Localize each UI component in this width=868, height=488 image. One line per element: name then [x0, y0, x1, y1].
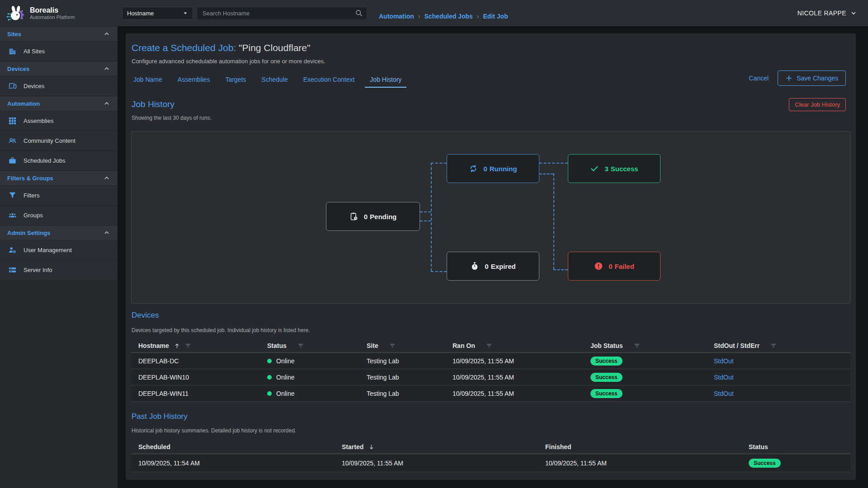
sidebar-section-admin-settings[interactable]: Admin Settings — [0, 225, 118, 240]
flow-connector — [420, 221, 431, 221]
sidebar-item-label: User Management — [24, 247, 72, 253]
hostname-filter-select[interactable]: Hostname — [122, 7, 193, 20]
started-cell: 10/09/2025, 11:55 AM — [335, 460, 538, 467]
stdout-link[interactable]: StdOut — [714, 357, 734, 365]
flow-node-expired[interactable]: 0 Expired — [447, 252, 539, 281]
flow-connector — [431, 163, 432, 271]
stdout-link[interactable]: StdOut — [714, 390, 734, 397]
column-site[interactable]: Site — [359, 342, 445, 349]
hostname-cell: DEEPLAB-WIN11 — [131, 390, 260, 397]
sort-asc-icon — [174, 343, 180, 349]
sidebar-item-user-management[interactable]: User Management — [0, 240, 118, 260]
user-gear-icon — [8, 246, 17, 254]
search-icon[interactable] — [355, 9, 363, 17]
devices-table-header: Hostname Status Site Ran On Job Status — [131, 339, 850, 353]
sidebar-item-groups[interactable]: Groups — [0, 205, 118, 225]
column-hostname[interactable]: Hostname — [131, 342, 260, 349]
flow-connector — [539, 163, 568, 164]
page-title-prefix: Create a Scheduled Job: — [132, 42, 236, 53]
column-status[interactable]: Status — [260, 342, 359, 349]
sidebar-item-community-content[interactable]: Community Content — [0, 131, 118, 150]
filter-icon[interactable] — [770, 343, 777, 349]
sidebar-section-devices[interactable]: Devices — [0, 61, 118, 76]
cancel-button[interactable]: Cancel — [749, 75, 769, 82]
column-scheduled[interactable]: Scheduled — [131, 443, 335, 450]
filter-icon[interactable] — [389, 343, 396, 349]
tab-assemblies[interactable]: Assemblies — [172, 72, 216, 87]
sidebar-item-devices[interactable]: Devices — [0, 76, 118, 96]
clear-job-history-button[interactable]: Clear Job History — [789, 98, 846, 111]
hostname-filter-value: Hostname — [127, 10, 154, 17]
device-row-deeplab-win10[interactable]: DEEPLAB-WIN10 Online Testing Lab 10/09/2… — [131, 369, 850, 385]
job-history-flow-panel: 0 Pending 0 Running 3 Success — [131, 131, 850, 304]
flow-node-running[interactable]: 0 Running — [447, 154, 539, 183]
hostname-cell: DEEPLAB-WIN10 — [131, 374, 260, 381]
breadcrumb-edit-job[interactable]: Edit Job — [483, 13, 508, 20]
flow-node-success[interactable]: 3 Success — [568, 154, 660, 183]
past-job-history-heading: Past Job History — [132, 412, 188, 421]
flow-node-label: Success — [611, 165, 638, 173]
page-subtitle: Configure advanced schedulable automatio… — [132, 58, 326, 65]
save-changes-button[interactable]: Save Changes — [778, 70, 846, 86]
user-menu[interactable]: NICOLE RAPPE — [797, 9, 857, 17]
devices-subtitle: Devices targeted by this scheduled job. … — [132, 327, 310, 333]
sidebar-item-server-info[interactable]: Server Info — [0, 260, 118, 280]
column-ran-on[interactable]: Ran On — [445, 342, 583, 349]
tab-execution-context[interactable]: Execution Context — [297, 72, 361, 87]
breadcrumb-automation[interactable]: Automation — [379, 13, 414, 20]
sidebar-section-sites[interactable]: Sites — [0, 26, 118, 41]
site-cell: Testing Lab — [359, 390, 445, 397]
flow-connector — [431, 163, 447, 164]
brand-subtitle: Automation Platform — [30, 14, 75, 20]
site-cell: Testing Lab — [359, 357, 445, 365]
plus-icon — [785, 75, 793, 82]
column-finished[interactable]: Finished — [538, 443, 741, 450]
flow-node-label: Failed — [614, 263, 634, 270]
sidebar-item-all-sites[interactable]: All Sites — [0, 41, 118, 61]
people-icon — [8, 211, 17, 220]
column-job-status[interactable]: Job Status — [583, 342, 707, 349]
page-title: Create a Scheduled Job: "Ping Cloudflare… — [132, 42, 311, 53]
people-outline-icon — [8, 136, 17, 145]
borealis-rabbit-logo-icon — [5, 3, 25, 23]
filter-icon[interactable] — [185, 343, 191, 349]
stdout-cell: StdOut — [707, 390, 850, 397]
tab-targets[interactable]: Targets — [219, 72, 252, 87]
past-job-history-subtitle: Historical job history summaries. Detail… — [132, 427, 296, 434]
filter-icon[interactable] — [634, 343, 640, 349]
flow-node-count: 0 — [609, 263, 612, 270]
search-input[interactable] — [203, 10, 355, 17]
status-cell: Online — [260, 374, 359, 381]
tab-job-history[interactable]: Job History — [364, 72, 407, 87]
tab-job-name[interactable]: Job Name — [127, 72, 168, 87]
sidebar-item-scheduled-jobs[interactable]: Scheduled Jobs — [0, 150, 118, 170]
column-stdout-stderr[interactable]: StdOut / StdErr — [707, 342, 850, 349]
sidebar-item-label: Filters — [24, 192, 39, 199]
column-status[interactable]: Status — [741, 443, 850, 450]
server-icon — [8, 266, 17, 274]
online-status-dot — [267, 359, 272, 363]
column-started[interactable]: Started — [335, 443, 538, 450]
flow-node-count: 0 — [483, 165, 487, 173]
filter-icon[interactable] — [297, 343, 304, 349]
flow-node-pending[interactable]: 0 Pending — [326, 202, 420, 231]
sidebar-section-automation[interactable]: Automation — [0, 96, 118, 111]
tab-schedule[interactable]: Schedule — [255, 72, 293, 87]
device-row-deeplab-win11[interactable]: DEEPLAB-WIN11 Online Testing Lab 10/09/2… — [131, 385, 850, 402]
sidebar-item-filters[interactable]: Filters — [0, 185, 118, 205]
filter-icon[interactable] — [486, 343, 492, 349]
error-icon — [594, 262, 603, 271]
flow-node-label: Expired — [491, 263, 516, 270]
sidebar-item-assemblies[interactable]: Assemblies — [0, 111, 118, 131]
section-label: Automation — [7, 100, 40, 107]
stdout-link[interactable]: StdOut — [714, 374, 734, 381]
grid-icon — [8, 117, 17, 125]
user-name: NICOLE RAPPE — [797, 9, 846, 17]
sidebar-section-filters-groups[interactable]: Filters & Groups — [0, 170, 118, 185]
breadcrumb-scheduled-jobs[interactable]: Scheduled Jobs — [424, 13, 472, 20]
flow-node-failed[interactable]: 0 Failed — [568, 252, 660, 281]
device-row-deeplab-dc[interactable]: DEEPLAB-DC Online Testing Lab 10/09/2025… — [131, 353, 850, 369]
past-job-row[interactable]: 10/09/2025, 11:54 AM 10/09/2025, 11:55 A… — [131, 454, 850, 472]
job-status-cell: Success — [583, 373, 707, 382]
section-label: Devices — [7, 66, 29, 72]
